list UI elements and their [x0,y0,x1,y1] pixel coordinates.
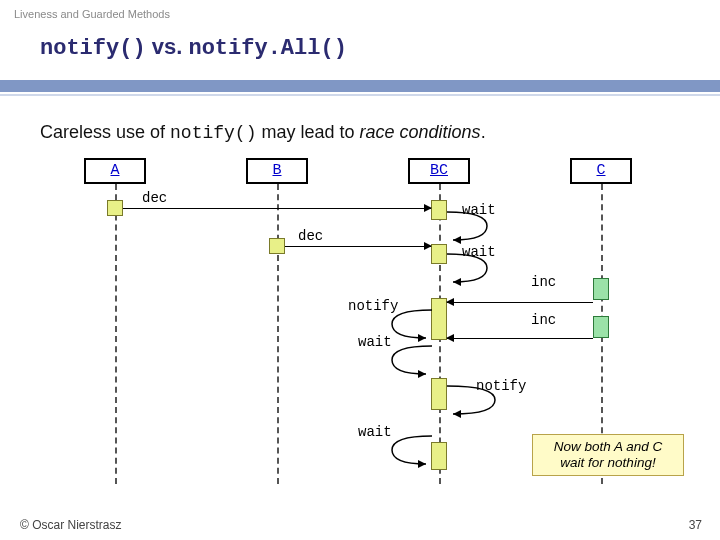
svg-marker-1 [453,278,461,286]
act-b-dec [269,238,285,254]
caption-code: notify() [170,123,256,143]
caption-pre: Careless use of [40,122,170,142]
caption-em: race conditions [360,122,481,142]
act-c-inc1 [593,278,609,300]
lane-c: C [570,158,632,184]
svg-marker-2 [418,334,426,342]
svg-marker-5 [418,460,426,468]
act-bc-1 [431,200,447,220]
act-c-inc2 [593,316,609,338]
selfcall-bc-wait4 [388,432,434,468]
caption-mid: may lead to [256,122,359,142]
caption: Careless use of notify() may lead to rac… [40,122,486,143]
svg-marker-4 [453,410,461,418]
title-code-a: notify() vs. notify.All() [40,36,347,61]
note-line-1: Now both A and C [541,439,675,455]
selfcall-bc-notify1 [388,306,434,342]
act-bc-2 [431,244,447,264]
selfcall-bc-wait3 [388,342,434,378]
label-notify-2: notify [476,378,526,394]
title-code-b: notify.All() [188,36,346,61]
note: Now both A and C wait for nothing! [532,434,684,476]
title-vs: vs. [146,34,189,59]
lane-b: B [246,158,308,184]
label-wait-2: wait [462,244,496,260]
lifeline-a [115,184,117,484]
label-inc-2: inc [531,312,556,328]
slide-root: Liveness and Guarded Methods notify() vs… [0,0,720,540]
lifeline-b [277,184,279,484]
slide-title: notify() vs. notify.All() [40,34,347,61]
act-bc-4 [431,378,447,410]
svg-marker-3 [418,370,426,378]
lane-a: A [84,158,146,184]
label-wait-4: wait [358,424,392,440]
lane-bc: BC [408,158,470,184]
label-dec-b: dec [298,228,323,244]
act-a-dec [107,200,123,216]
label-inc-1: inc [531,274,556,290]
note-line-2: wait for nothing! [541,455,675,471]
label-wait-3: wait [358,334,392,350]
caption-post: . [481,122,486,142]
preheader: Liveness and Guarded Methods [14,8,170,20]
svg-marker-0 [453,236,461,244]
label-wait-1: wait [462,202,496,218]
author: © Oscar Nierstrasz [20,518,122,532]
sequence-diagram: A B BC C dec wait dec [0,150,720,490]
divider [0,80,720,100]
label-dec-a: dec [142,190,167,206]
page-number: 37 [689,518,702,532]
